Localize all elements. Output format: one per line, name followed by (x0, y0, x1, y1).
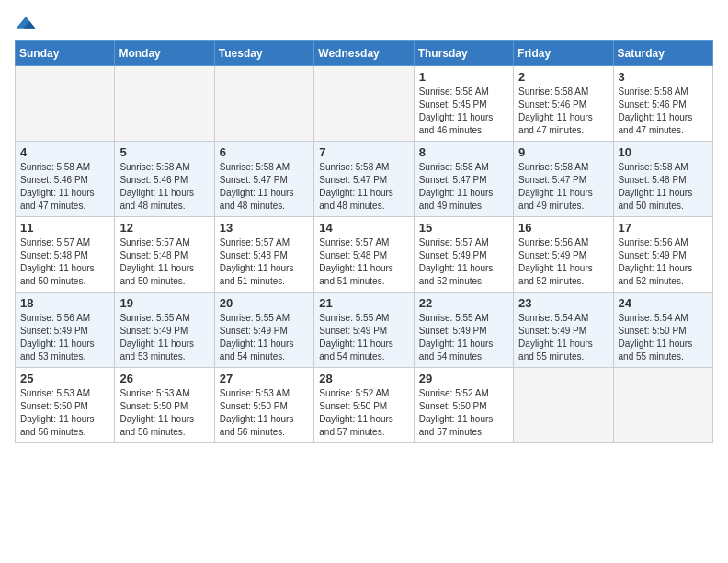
day-number: 1 (419, 70, 508, 84)
day-number: 19 (119, 296, 209, 310)
day-number: 26 (119, 372, 209, 385)
day-number: 2 (518, 70, 608, 84)
day-number: 21 (319, 296, 408, 310)
day-number: 18 (20, 296, 109, 310)
day-number: 15 (419, 221, 508, 235)
calendar-header-monday: Monday (115, 41, 214, 66)
day-info: Sunrise: 5:58 AM Sunset: 5:47 PM Dayligh… (518, 161, 608, 213)
day-number: 8 (419, 145, 508, 159)
calendar-cell: 12Sunrise: 5:57 AM Sunset: 5:48 PM Dayli… (115, 217, 214, 293)
calendar-cell: 18Sunrise: 5:56 AM Sunset: 5:49 PM Dayli… (16, 293, 115, 368)
calendar-header-saturday: Saturday (613, 41, 712, 66)
day-number: 7 (319, 145, 408, 159)
day-info: Sunrise: 5:57 AM Sunset: 5:48 PM Dayligh… (220, 236, 309, 288)
calendar-week-row: 11Sunrise: 5:57 AM Sunset: 5:48 PM Dayli… (16, 217, 713, 293)
day-info: Sunrise: 5:54 AM Sunset: 5:49 PM Dayligh… (518, 312, 608, 363)
calendar-cell (16, 66, 115, 142)
calendar-cell: 24Sunrise: 5:54 AM Sunset: 5:50 PM Dayli… (613, 293, 712, 368)
day-number: 14 (319, 221, 408, 235)
calendar-cell: 27Sunrise: 5:53 AM Sunset: 5:50 PM Dayli… (214, 368, 313, 443)
day-info: Sunrise: 5:56 AM Sunset: 5:49 PM Dayligh… (619, 236, 708, 288)
day-info: Sunrise: 5:58 AM Sunset: 5:46 PM Dayligh… (619, 86, 708, 137)
calendar-cell (613, 368, 712, 443)
calendar-cell: 8Sunrise: 5:58 AM Sunset: 5:47 PM Daylig… (414, 142, 513, 217)
day-info: Sunrise: 5:58 AM Sunset: 5:47 PM Dayligh… (220, 161, 309, 213)
day-number: 9 (518, 145, 608, 159)
day-number: 22 (419, 296, 508, 310)
day-info: Sunrise: 5:58 AM Sunset: 5:47 PM Dayligh… (319, 161, 408, 213)
day-info: Sunrise: 5:57 AM Sunset: 5:48 PM Dayligh… (319, 236, 408, 288)
day-number: 4 (20, 145, 109, 159)
day-info: Sunrise: 5:55 AM Sunset: 5:49 PM Dayligh… (119, 312, 209, 363)
calendar-cell: 29Sunrise: 5:52 AM Sunset: 5:50 PM Dayli… (414, 368, 513, 443)
calendar-cell: 4Sunrise: 5:58 AM Sunset: 5:46 PM Daylig… (16, 142, 115, 217)
calendar-cell: 2Sunrise: 5:58 AM Sunset: 5:46 PM Daylig… (514, 66, 613, 142)
calendar-cell: 25Sunrise: 5:53 AM Sunset: 5:50 PM Dayli… (16, 368, 115, 443)
calendar-cell: 9Sunrise: 5:58 AM Sunset: 5:47 PM Daylig… (514, 142, 613, 217)
calendar-cell: 16Sunrise: 5:56 AM Sunset: 5:49 PM Dayli… (514, 217, 613, 293)
calendar-cell: 6Sunrise: 5:58 AM Sunset: 5:47 PM Daylig… (214, 142, 313, 217)
day-info: Sunrise: 5:55 AM Sunset: 5:49 PM Dayligh… (220, 312, 309, 363)
day-info: Sunrise: 5:55 AM Sunset: 5:49 PM Dayligh… (319, 312, 408, 363)
day-number: 24 (619, 296, 708, 310)
day-info: Sunrise: 5:57 AM Sunset: 5:48 PM Dayligh… (20, 236, 109, 288)
logo (15, 15, 40, 33)
calendar-cell: 23Sunrise: 5:54 AM Sunset: 5:49 PM Dayli… (514, 293, 613, 368)
calendar-week-row: 25Sunrise: 5:53 AM Sunset: 5:50 PM Dayli… (16, 368, 713, 443)
day-info: Sunrise: 5:57 AM Sunset: 5:49 PM Dayligh… (419, 236, 508, 288)
page-header (15, 15, 713, 33)
calendar-header-thursday: Thursday (414, 41, 513, 66)
day-number: 25 (20, 372, 109, 385)
day-info: Sunrise: 5:53 AM Sunset: 5:50 PM Dayligh… (20, 387, 109, 439)
day-info: Sunrise: 5:58 AM Sunset: 5:46 PM Dayligh… (518, 86, 608, 137)
calendar-week-row: 1Sunrise: 5:58 AM Sunset: 5:45 PM Daylig… (16, 66, 713, 142)
calendar-header-row: SundayMondayTuesdayWednesdayThursdayFrid… (16, 41, 713, 66)
day-info: Sunrise: 5:58 AM Sunset: 5:48 PM Dayligh… (619, 161, 708, 213)
day-number: 29 (419, 372, 508, 385)
day-number: 12 (119, 221, 209, 235)
day-number: 17 (619, 221, 708, 235)
day-number: 3 (619, 70, 708, 84)
calendar-cell: 13Sunrise: 5:57 AM Sunset: 5:48 PM Dayli… (214, 217, 313, 293)
day-number: 23 (518, 296, 608, 310)
day-number: 20 (220, 296, 309, 310)
day-info: Sunrise: 5:58 AM Sunset: 5:46 PM Dayligh… (20, 161, 109, 213)
calendar-cell: 26Sunrise: 5:53 AM Sunset: 5:50 PM Dayli… (115, 368, 214, 443)
day-info: Sunrise: 5:55 AM Sunset: 5:49 PM Dayligh… (419, 312, 508, 363)
day-info: Sunrise: 5:52 AM Sunset: 5:50 PM Dayligh… (319, 387, 408, 439)
day-number: 27 (220, 372, 309, 385)
calendar-week-row: 18Sunrise: 5:56 AM Sunset: 5:49 PM Dayli… (16, 293, 713, 368)
calendar-cell: 14Sunrise: 5:57 AM Sunset: 5:48 PM Dayli… (314, 217, 414, 293)
logo-icon (15, 15, 37, 33)
calendar-cell: 5Sunrise: 5:58 AM Sunset: 5:46 PM Daylig… (115, 142, 214, 217)
day-info: Sunrise: 5:57 AM Sunset: 5:48 PM Dayligh… (119, 236, 209, 288)
day-number: 16 (518, 221, 608, 235)
day-info: Sunrise: 5:58 AM Sunset: 5:47 PM Dayligh… (419, 161, 508, 213)
day-number: 13 (220, 221, 309, 235)
calendar-cell: 11Sunrise: 5:57 AM Sunset: 5:48 PM Dayli… (16, 217, 115, 293)
day-info: Sunrise: 5:53 AM Sunset: 5:50 PM Dayligh… (220, 387, 309, 439)
calendar-cell: 20Sunrise: 5:55 AM Sunset: 5:49 PM Dayli… (214, 293, 313, 368)
day-info: Sunrise: 5:54 AM Sunset: 5:50 PM Dayligh… (619, 312, 708, 363)
calendar-table: SundayMondayTuesdayWednesdayThursdayFrid… (15, 40, 713, 443)
day-number: 5 (119, 145, 209, 159)
calendar-cell: 22Sunrise: 5:55 AM Sunset: 5:49 PM Dayli… (414, 293, 513, 368)
calendar-cell: 17Sunrise: 5:56 AM Sunset: 5:49 PM Dayli… (613, 217, 712, 293)
calendar-cell (214, 66, 313, 142)
day-info: Sunrise: 5:56 AM Sunset: 5:49 PM Dayligh… (20, 312, 109, 363)
calendar-cell (314, 66, 414, 142)
calendar-cell: 7Sunrise: 5:58 AM Sunset: 5:47 PM Daylig… (314, 142, 414, 217)
day-info: Sunrise: 5:53 AM Sunset: 5:50 PM Dayligh… (119, 387, 209, 439)
calendar-cell (514, 368, 613, 443)
calendar-week-row: 4Sunrise: 5:58 AM Sunset: 5:46 PM Daylig… (16, 142, 713, 217)
calendar-header-wednesday: Wednesday (314, 41, 414, 66)
calendar-header-sunday: Sunday (16, 41, 115, 66)
calendar-cell: 21Sunrise: 5:55 AM Sunset: 5:49 PM Dayli… (314, 293, 414, 368)
day-number: 6 (220, 145, 309, 159)
day-number: 28 (319, 372, 408, 385)
day-info: Sunrise: 5:56 AM Sunset: 5:49 PM Dayligh… (518, 236, 608, 288)
day-info: Sunrise: 5:58 AM Sunset: 5:46 PM Dayligh… (119, 161, 209, 213)
calendar-cell: 3Sunrise: 5:58 AM Sunset: 5:46 PM Daylig… (613, 66, 712, 142)
calendar-header-tuesday: Tuesday (214, 41, 313, 66)
calendar-header-friday: Friday (514, 41, 613, 66)
